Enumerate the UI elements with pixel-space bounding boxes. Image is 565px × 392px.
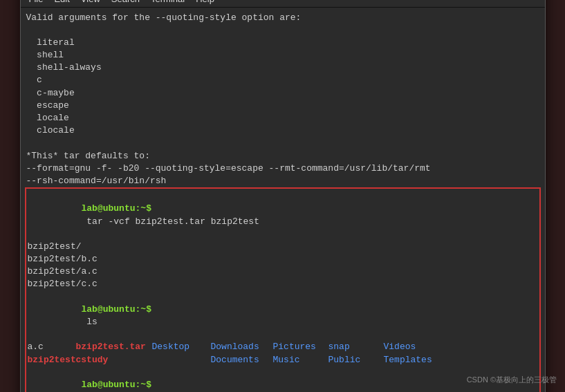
terminal-body[interactable]: Valid arguments for the --quoting-style … [21,8,545,393]
output-clocale: clocale [26,124,539,137]
menubar: File Edit View Search Terminal Help [21,0,545,8]
menu-view[interactable]: View [77,0,104,6]
ls-documents: Documents [211,354,273,366]
cmd-tar: lab@ubuntu:~$ tar -vcf bzip2test.tar bzi… [28,190,538,241]
output-defaults2: --format=gnu -f- -b20 --quoting-style=es… [26,162,539,175]
output-c: c [26,74,539,86]
ls-bzip2testtar: bzip2test.tar [76,341,152,353]
menu-file[interactable]: File [25,0,48,6]
menu-search[interactable]: Search [107,0,144,6]
ls-public: Public [328,354,384,366]
tar-out-4: bzip2test/c.c [28,278,538,290]
output-shell: shell [26,49,539,62]
prompt-1: lab@ubuntu:~$ [82,203,151,214]
highlighted-block: lab@ubuntu:~$ tar -vcf bzip2test.tar bzi… [25,187,541,392]
cmd-prompt-3: lab@ubuntu:~$ [28,366,538,392]
menu-terminal[interactable]: Terminal [147,0,189,6]
menu-help[interactable]: Help [192,0,219,6]
ls-ac: a.c [28,341,76,353]
ls-bzip2test: bzip2test [28,354,76,366]
ls-videos: Videos [384,341,432,353]
ls-templates: Templates [384,354,432,366]
cmd-ls: lab@ubuntu:~$ ls [28,291,538,342]
output-defaults3: --rsh-command=/usr/bin/rsh [26,175,539,187]
output-defaults1: *This* tar defaults to: [26,150,539,162]
output-literal: literal [26,37,539,49]
tar-out-2: bzip2test/b.c [28,253,538,265]
ls-desktop: Desktop [152,341,211,353]
output-line-1: Valid arguments for the --quoting-style … [26,12,539,24]
output-line-blank2 [26,137,539,149]
output-escape: escape [26,100,539,112]
ls-command: ls [82,317,98,327]
tar-out-3: bzip2test/a.c [28,265,538,278]
menu-edit[interactable]: Edit [50,0,73,6]
output-c-maybe: c-maybe [26,87,539,100]
prompt-3: lab@ubuntu:~$ [82,380,151,390]
ls-pictures: Pictures [273,341,328,353]
output-locale: locale [26,112,539,124]
ls-row-2: bzip2test cstudy Documents Music Public … [28,354,538,366]
ls-cstudy: cstudy [76,354,152,366]
ls-snap: snap [328,341,384,353]
output-shell-always: shell-always [26,62,539,74]
prompt-2: lab@ubuntu:~$ [82,304,151,315]
ls-empty [152,354,211,366]
watermark: CSDN ©基极向上的三极管 [467,375,557,385]
terminal-window: – □ ✕ lab@ubuntu: ~ File Edit View Searc… [20,0,546,392]
ls-downloads: Downloads [211,341,273,353]
tar-out-1: bzip2test/ [28,241,538,253]
ls-row-1: a.c bzip2test.tar Desktop Downloads Pict… [28,341,538,353]
output-line-blank1 [26,24,539,37]
ls-music: Music [273,354,328,366]
tar-command: tar -vcf bzip2test.tar bzip2test [82,216,259,227]
